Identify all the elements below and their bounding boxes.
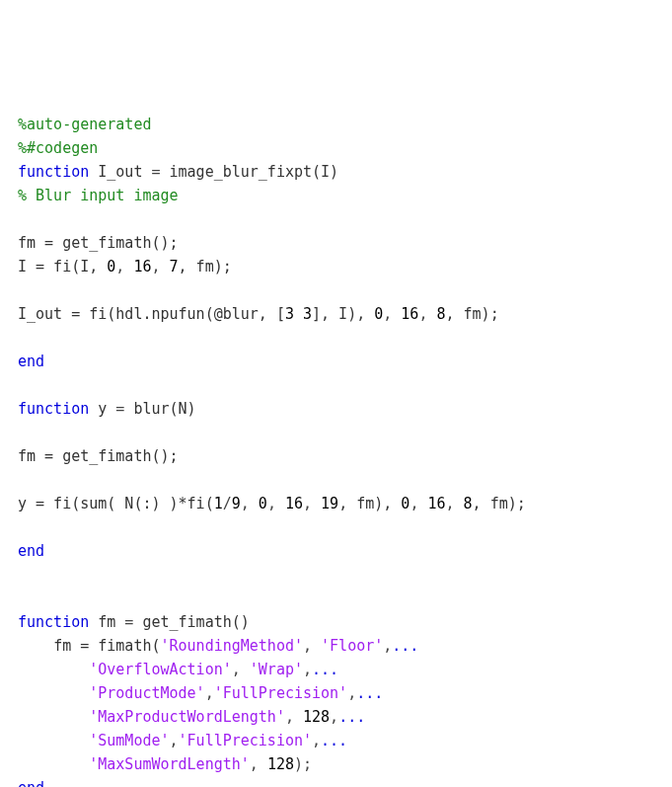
tail: , (312, 732, 321, 749)
txt: y = fi(sum( N(:) )*fi( (18, 495, 214, 512)
str: 'OverflowAction' (89, 661, 232, 678)
code-line: I_out = fi(hdl.npufun(@blur, [3 3], I), … (18, 305, 499, 323)
comma: , (410, 495, 427, 512)
indent (18, 755, 89, 773)
comma: , (232, 661, 250, 678)
out: y (89, 400, 107, 418)
comma: , (170, 732, 179, 749)
str: 'Wrap' (250, 661, 303, 678)
str: 'RoundingMethod' (161, 637, 304, 655)
stmt: fm = get_fimath(); (18, 234, 179, 252)
comma: , (446, 495, 464, 512)
eq: = (115, 613, 142, 631)
stmt: fm = get_fimath(); (18, 447, 179, 465)
slash: / (223, 495, 232, 512)
indent (18, 708, 89, 726)
code-line: %#codegen (18, 139, 98, 157)
txt: , fm), (338, 495, 401, 512)
indent (18, 661, 89, 678)
num: 16 (401, 305, 418, 323)
txt: I = fi(I, (18, 258, 107, 275)
num: 7 (170, 258, 179, 275)
code-line: 'SumMode','FullPrecision',... (18, 732, 347, 749)
comma: , (151, 258, 169, 275)
code-line: y = fi(sum( N(:) )*fi(1/9, 0, 16, 19, fm… (18, 495, 526, 512)
dots: ... (338, 708, 365, 726)
num: 16 (427, 495, 445, 512)
kw-end: end (18, 353, 44, 370)
code-line: function fm = get_fimath() (18, 613, 250, 631)
comma: , (285, 708, 303, 726)
code-line: 'ProductMode','FullPrecision',... (18, 684, 383, 702)
str: 'ProductMode' (89, 684, 204, 702)
code-line: function y = blur(N) (18, 400, 196, 418)
num: 0 (107, 258, 115, 275)
num: 19 (321, 495, 338, 512)
dots: ... (356, 684, 383, 702)
str: 'MaxSumWordLength' (89, 755, 250, 773)
code-line: 'OverflowAction', 'Wrap',... (18, 661, 338, 678)
out: I_out (98, 163, 142, 181)
code-line: fm = get_fimath(); (18, 447, 179, 465)
num: 9 (232, 495, 241, 512)
indent (18, 684, 89, 702)
code-line: 'MaxSumWordLength', 128); (18, 755, 312, 773)
kw-end: end (18, 779, 44, 787)
dots: ... (312, 661, 338, 678)
comma: , (383, 305, 401, 323)
dots: ... (321, 732, 347, 749)
dots: ... (392, 637, 418, 655)
tail: , fm); (446, 305, 499, 323)
code-line: function I_out = image_blur_fixpt(I) (18, 163, 338, 181)
comma: , (418, 305, 436, 323)
out (89, 163, 98, 181)
indent (18, 637, 53, 655)
txt: ], I), (312, 305, 374, 323)
code-line: fm = fimath('RoundingMethod', 'Floor',..… (18, 637, 418, 655)
code-block: %auto-generated %#codegen function I_out… (18, 113, 654, 787)
code-line: fm = get_fimath(); (18, 234, 179, 252)
code-line: % Blur input image (18, 187, 179, 204)
str: 'MaxProductWordLength' (89, 708, 285, 726)
comma: , (303, 637, 321, 655)
str: 'SumMode' (89, 732, 169, 749)
txt: I_out = fi(hdl.npufun(@blur, [ (18, 305, 285, 323)
str: 'FullPrecision' (214, 684, 347, 702)
comma: , (250, 755, 267, 773)
tail: , fm); (179, 258, 232, 275)
kw-function: function (18, 400, 89, 418)
num: 0 (374, 305, 383, 323)
num: 3 3 (285, 305, 312, 323)
fn: image_blur_fixpt(I) (170, 163, 339, 181)
comma: , (303, 495, 321, 512)
code-line: %auto-generated (18, 116, 151, 133)
tail: , (383, 637, 392, 655)
eq: = (107, 400, 133, 418)
comma: , (267, 495, 285, 512)
num: 8 (464, 495, 473, 512)
kw-function: function (18, 613, 89, 631)
num: 16 (133, 258, 151, 275)
tail: , (330, 708, 338, 726)
comma: , (241, 495, 259, 512)
num: 16 (285, 495, 303, 512)
comma: , (115, 258, 133, 275)
code-line: 'MaxProductWordLength', 128,... (18, 708, 365, 726)
num: 8 (436, 305, 445, 323)
comma: , (205, 684, 214, 702)
kw-end: end (18, 542, 44, 560)
num: 0 (259, 495, 267, 512)
str: 'Floor' (321, 637, 383, 655)
kw-function: function (18, 163, 89, 181)
out: fm (89, 613, 115, 631)
fn: get_fimath() (142, 613, 249, 631)
tail: , (347, 684, 356, 702)
str: 'FullPrecision' (179, 732, 312, 749)
num: 128 (267, 755, 294, 773)
tail: ); (294, 755, 312, 773)
txt: fm = fimath( (53, 637, 160, 655)
tail: , (303, 661, 312, 678)
code-line: I = fi(I, 0, 16, 7, fm); (18, 258, 232, 275)
tail: , fm); (473, 495, 526, 512)
fn: blur(N) (133, 400, 195, 418)
